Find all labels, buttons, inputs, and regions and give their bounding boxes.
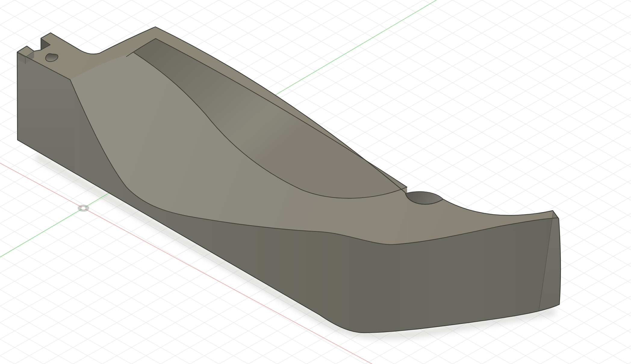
cad-viewport[interactable] <box>0 0 631 364</box>
viewport-canvas[interactable] <box>0 0 631 364</box>
origin-center-dot <box>81 207 86 210</box>
origin-marker[interactable] <box>78 205 89 212</box>
